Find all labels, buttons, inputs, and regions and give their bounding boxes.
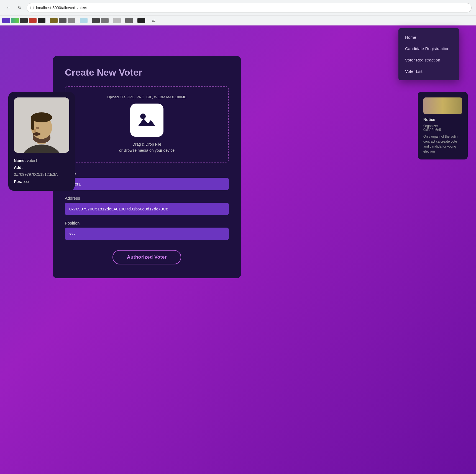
svg-point-8 bbox=[34, 129, 36, 133]
profile-name-value: voter1 bbox=[27, 158, 38, 163]
image-placeholder-icon bbox=[136, 109, 158, 131]
bookmark-7 bbox=[59, 18, 66, 23]
back-icon: ← bbox=[6, 5, 11, 10]
address-input[interactable] bbox=[65, 203, 229, 215]
bookmark-11 bbox=[101, 18, 109, 23]
back-button[interactable]: ← bbox=[4, 4, 12, 12]
bookmark-2 bbox=[11, 18, 19, 23]
bookmark-6 bbox=[50, 18, 58, 23]
bookmarks-bar: at. bbox=[0, 16, 476, 25]
form-title: Create New Voter bbox=[65, 67, 229, 78]
position-field-label: Position bbox=[65, 221, 229, 225]
upload-drag-text: Drag & Drop File or Browse media on your… bbox=[71, 141, 223, 154]
profile-card: Name: voter1 Add: 0x70997970C51812dc3A P… bbox=[8, 92, 75, 191]
svg-rect-6 bbox=[31, 117, 34, 130]
profile-name-label: Name: bbox=[14, 158, 26, 163]
refresh-button[interactable]: ↻ bbox=[16, 4, 23, 12]
notice-body: Only organi of the votin contract ca cre… bbox=[423, 134, 462, 154]
browser-bar: ← ↻ ⓘ localhost:3000/allowed-voters bbox=[0, 0, 476, 16]
lock-icon: ⓘ bbox=[30, 5, 34, 10]
profile-add-label: Add: bbox=[14, 165, 23, 170]
profile-pos-value: xxx bbox=[23, 179, 29, 184]
svg-point-9 bbox=[33, 132, 40, 136]
form-card: Create New Voter Upload File: JPG, PNG, … bbox=[53, 56, 241, 278]
bookmark-9 bbox=[80, 18, 88, 23]
address-field-label: Address bbox=[65, 196, 229, 200]
profile-photo bbox=[14, 97, 69, 153]
nav-voter-reg[interactable]: Voter Registraction bbox=[398, 54, 459, 66]
nav-voter-list[interactable]: Voter Lsit bbox=[398, 66, 459, 77]
upload-area[interactable]: Upload File: JPG, PNG, GIF, WEBM MAX 100… bbox=[65, 86, 229, 163]
name-field-label: Name bbox=[65, 171, 229, 176]
nav-candidate-reg[interactable]: Candidate Registraction bbox=[398, 43, 459, 54]
bookmark-14 bbox=[137, 18, 145, 23]
upload-label: Upload File: JPG, PNG, GIF, WEBM MAX 100… bbox=[71, 95, 223, 99]
page-content: Home Candidate Registraction Voter Regis… bbox=[0, 25, 476, 474]
notice-thumbnail bbox=[423, 97, 462, 114]
bookmark-8 bbox=[68, 18, 75, 23]
name-input[interactable] bbox=[65, 178, 229, 190]
bookmark-13 bbox=[125, 18, 133, 23]
notice-card: Notice Organizer 0xf39Fd6e5 Only organi … bbox=[418, 92, 468, 159]
profile-add-value: 0x70997970C51812dc3A bbox=[14, 172, 58, 177]
upload-icon-wrap bbox=[130, 104, 163, 137]
bookmark-12 bbox=[113, 18, 121, 23]
refresh-icon: ↻ bbox=[18, 5, 21, 10]
profile-info: Name: voter1 Add: 0x70997970C51812dc3A P… bbox=[14, 157, 69, 185]
bookmark-3 bbox=[20, 18, 28, 23]
nav-home[interactable]: Home bbox=[398, 32, 459, 43]
person-svg bbox=[14, 97, 69, 153]
bookmark-4 bbox=[29, 18, 37, 23]
bookmark-10 bbox=[92, 18, 100, 23]
svg-point-11 bbox=[140, 114, 146, 119]
notice-title: Notice bbox=[423, 117, 462, 122]
svg-point-7 bbox=[36, 127, 39, 129]
authorized-voter-button[interactable]: Authorized Voter bbox=[112, 250, 181, 264]
notice-organizer: Organizer 0xf39Fd6e5 bbox=[423, 124, 462, 132]
position-input[interactable] bbox=[65, 228, 229, 240]
bookmark-5 bbox=[38, 18, 45, 23]
bookmark-1 bbox=[2, 18, 10, 23]
nav-dropdown: Home Candidate Registraction Voter Regis… bbox=[398, 28, 459, 80]
profile-pos-label: Pos: bbox=[14, 179, 22, 184]
address-bar[interactable]: ⓘ localhost:3000/allowed-voters bbox=[27, 3, 472, 12]
bookmark-at: at. bbox=[152, 19, 155, 22]
url-text: localhost:3000/allowed-voters bbox=[36, 6, 87, 10]
svg-rect-10 bbox=[136, 109, 158, 131]
